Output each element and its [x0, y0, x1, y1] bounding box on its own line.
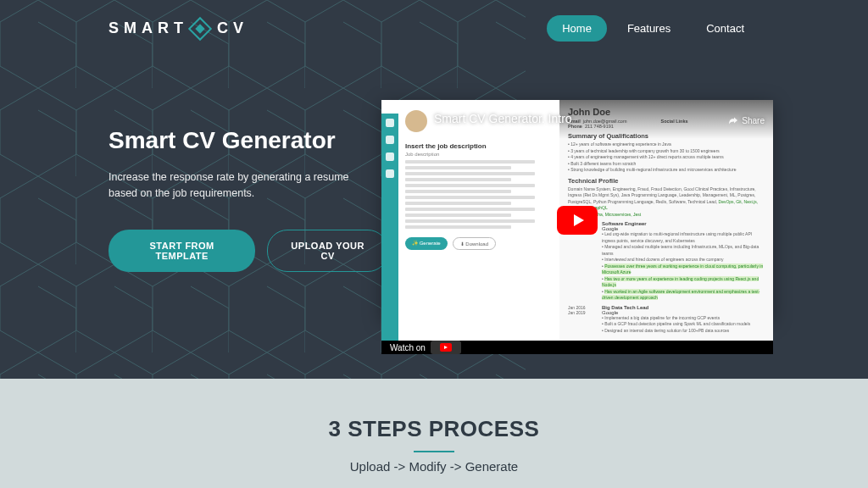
- hero-title: Smart CV Generator: [108, 127, 388, 154]
- video-play-button[interactable]: [557, 206, 598, 235]
- nav-contact[interactable]: Contact: [691, 15, 760, 42]
- app-sidebar: [381, 114, 398, 341]
- hero-subtitle: Increase the response rate by generating…: [108, 169, 363, 202]
- logo[interactable]: SMART CV: [108, 19, 248, 37]
- steps-section: 3 STEPS PROCESS Upload -> Modify -> Gene…: [0, 379, 868, 488]
- logo-text-2: CV: [217, 19, 248, 37]
- logo-text-1: SMART: [108, 19, 188, 37]
- title-underline: [414, 451, 454, 452]
- video-share[interactable]: Share: [728, 115, 765, 125]
- download-chip[interactable]: ⬇ Download: [453, 237, 496, 250]
- job-description-text: [405, 160, 553, 229]
- hero-section: SMART CV Home Features Contact Smart CV …: [0, 0, 868, 379]
- nav-features[interactable]: Features: [612, 15, 686, 42]
- steps-title: 3 STEPS PROCESS: [329, 416, 540, 442]
- video-embed: Smart CV Generator. Intro Insert the job…: [381, 100, 773, 319]
- video-avatar: [405, 110, 427, 132]
- video-title: Smart CV Generator. Intro: [434, 112, 572, 125]
- watch-on-youtube[interactable]: Watch on: [390, 341, 461, 354]
- main-nav: Home Features Contact: [547, 15, 760, 42]
- insert-job-sub: Job description: [405, 152, 553, 157]
- insert-job-heading: Insert the job description: [405, 142, 553, 150]
- nav-home[interactable]: Home: [547, 15, 607, 42]
- upload-cv-button[interactable]: UPLOAD YOUR CV: [267, 230, 388, 272]
- logo-diamond-icon: [188, 16, 212, 40]
- generate-chip[interactable]: ✨ Generate: [405, 237, 448, 250]
- video-controls: Watch on: [381, 341, 773, 354]
- start-template-button[interactable]: START FROM TEMPLATE: [108, 230, 255, 272]
- header: SMART CV Home Features Contact: [0, 15, 868, 42]
- youtube-icon: [431, 341, 461, 354]
- steps-subtitle: Upload -> Modify -> Generate: [350, 459, 518, 474]
- hero-copy: Smart CV Generator Increase the response…: [108, 127, 388, 272]
